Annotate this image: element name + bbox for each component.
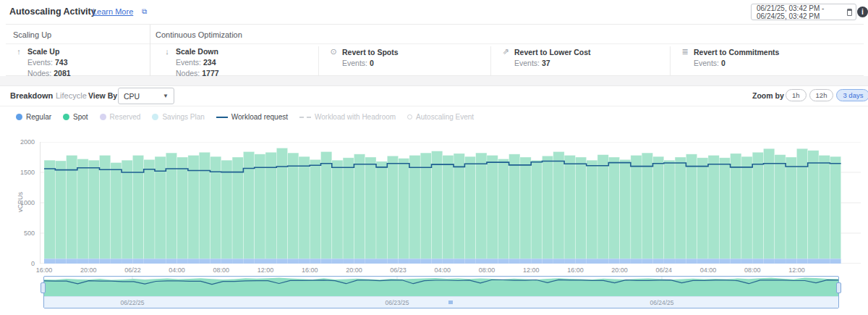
- legend-swatch: [407, 114, 412, 119]
- legend-swatch: [100, 114, 106, 120]
- y-tick-label: 1500: [7, 169, 35, 176]
- y-tick-label: 0: [7, 260, 35, 267]
- x-tick-label: 16:00: [36, 266, 53, 274]
- zoom-by-label: Zoom by: [752, 91, 784, 100]
- legend-label: Workload with Headroom: [315, 113, 396, 121]
- x-tick-label: 06/24: [656, 266, 673, 274]
- page-title: Autoscaling Activity: [9, 7, 96, 17]
- navigator-selection[interactable]: 06/22/2506/23/2506/24/25: [43, 276, 839, 308]
- x-tick-label: 12:00: [523, 266, 540, 274]
- stat-label: Scale Down: [176, 47, 218, 56]
- brush-handle-right[interactable]: [836, 282, 841, 293]
- navigator-date-label: 06/23/25: [385, 299, 409, 306]
- navigator-chart[interactable]: [44, 277, 838, 296]
- date-range-value: 06/21/25, 03:42 PM - 06/24/25, 03:42 PM: [757, 4, 847, 20]
- zoom-by-options: 1h12h3 days7 days: [786, 89, 868, 101]
- legend-item-savings-plan[interactable]: Savings Plan: [152, 113, 204, 121]
- navigator-marker[interactable]: [448, 301, 453, 304]
- stat-label: Scale Up: [27, 47, 59, 56]
- legend-item-autoscaling-event[interactable]: Autoscaling Event: [407, 113, 474, 121]
- y-tick-label: 1000: [7, 199, 35, 206]
- stat-metric: Events: 234: [176, 58, 219, 67]
- x-tick-label: 08:00: [213, 266, 230, 274]
- divider: [6, 43, 864, 44]
- x-tick-label: 20:00: [80, 266, 97, 274]
- x-tick-label: 06/23: [390, 266, 407, 274]
- legend-label: Workload request: [231, 113, 288, 121]
- stat-revert-to-spots: ⊙Revert to Spots Events: 0: [329, 47, 399, 67]
- info-icon[interactable]: i: [857, 7, 868, 17]
- stats-group-title: Continuous Optimization: [156, 30, 242, 39]
- arrow-up-icon: ↑: [14, 47, 23, 56]
- legend-swatch: [16, 114, 22, 120]
- chart-legend: RegularSpotReservedSavings PlanWorkload …: [16, 113, 474, 121]
- legend-label: Regular: [26, 113, 51, 121]
- tab-lifecycle[interactable]: Lifecycle: [56, 91, 87, 100]
- calendar-icon: [847, 9, 852, 16]
- stat-scale-up: ↑Scale Up Events: 743 Nodes: 2081: [14, 47, 71, 77]
- x-tick-label: 20:00: [346, 266, 362, 274]
- legend-label: Reserved: [110, 113, 141, 121]
- stat-revert-to-lower-cost: ⇗Revert to Lower Cost Events: 37: [501, 47, 591, 67]
- legend-item-regular[interactable]: Regular: [16, 113, 51, 121]
- legend-item-workload-request[interactable]: Workload request: [216, 113, 288, 121]
- legend-item-workload-with-headroom[interactable]: Workload with Headroom: [299, 113, 396, 121]
- stat-label: Revert to Lower Cost: [514, 48, 591, 56]
- x-tick-label: 20:00: [611, 266, 628, 274]
- stats-group-title: Scaling Up: [13, 30, 51, 39]
- zoom-option-12h[interactable]: 12h: [809, 89, 834, 101]
- x-tick-label: 04:00: [700, 266, 717, 274]
- stat-metric: Events: 0: [694, 59, 779, 67]
- x-tick-label: 08:00: [744, 266, 761, 274]
- navigator-date-label: 06/22/25: [120, 299, 144, 306]
- legend-swatch: [152, 114, 158, 120]
- divider: [490, 46, 491, 75]
- chevron-down-icon: ▼: [163, 93, 169, 99]
- spot-icon: ⊙: [329, 47, 338, 56]
- stat-metric: Events: 743: [27, 58, 71, 67]
- learn-more-link[interactable]: Learn More: [93, 7, 133, 16]
- view-by-label: View By: [88, 91, 117, 100]
- legend-swatch: [299, 117, 311, 118]
- main-chart: vCPUs 050010001500200016:0020:0006/2204:…: [0, 136, 868, 275]
- legend-item-spot[interactable]: Spot: [63, 113, 88, 121]
- legend-label: Savings Plan: [162, 113, 204, 121]
- view-by-select[interactable]: CPU ▼: [118, 88, 174, 104]
- x-tick-label: 06/22: [124, 266, 141, 274]
- main-chart-plot[interactable]: [40, 142, 861, 264]
- arrow-up-right-icon: ⇗: [501, 47, 510, 56]
- legend-swatch: [63, 114, 69, 120]
- legend-swatch: [216, 117, 228, 118]
- zoom-option-3-days[interactable]: 3 days: [836, 89, 868, 101]
- brush-handle-left[interactable]: [41, 282, 46, 293]
- navigator-date-band[interactable]: 06/22/2506/23/2506/24/25: [44, 296, 838, 308]
- x-tick-label: 12:00: [258, 266, 274, 274]
- divider: [150, 25, 150, 77]
- layers-icon: ≣: [681, 47, 689, 56]
- divider: [670, 46, 671, 75]
- y-tick-label: 500: [7, 230, 35, 237]
- y-tick-label: 2000: [7, 138, 35, 146]
- stat-metric: Events: 0: [342, 59, 399, 67]
- external-link-icon[interactable]: ⧉: [142, 7, 147, 16]
- legend-label: Autoscaling Event: [416, 113, 474, 121]
- x-tick-label: 16:00: [567, 266, 584, 274]
- page-header: Autoscaling Activity Learn More ⧉ 06/21/…: [0, 0, 868, 24]
- legend-item-reserved[interactable]: Reserved: [100, 113, 141, 121]
- stat-metric: Events: 37: [514, 59, 591, 67]
- divider: [318, 46, 319, 75]
- x-tick-label: 04:00: [169, 266, 185, 274]
- navigator-date-label: 06/24/25: [650, 299, 673, 306]
- x-tick-label: 16:00: [302, 266, 318, 274]
- x-tick-label: 04:00: [435, 266, 451, 274]
- x-tick-label: 12:00: [788, 266, 805, 274]
- tab-breakdown[interactable]: Breakdown: [10, 91, 53, 100]
- stat-label: Revert to Commitments: [694, 48, 779, 56]
- stat-scale-down: ↓Scale Down Events: 234 Nodes: 1777: [163, 47, 219, 77]
- legend-label: Spot: [73, 113, 88, 121]
- divider: [0, 76, 868, 85]
- zoom-option-1h[interactable]: 1h: [786, 89, 807, 101]
- date-range-picker[interactable]: 06/21/25, 03:42 PM - 06/24/25, 03:42 PM: [751, 4, 856, 20]
- view-by-value: CPU: [124, 92, 140, 101]
- arrow-down-icon: ↓: [163, 47, 171, 56]
